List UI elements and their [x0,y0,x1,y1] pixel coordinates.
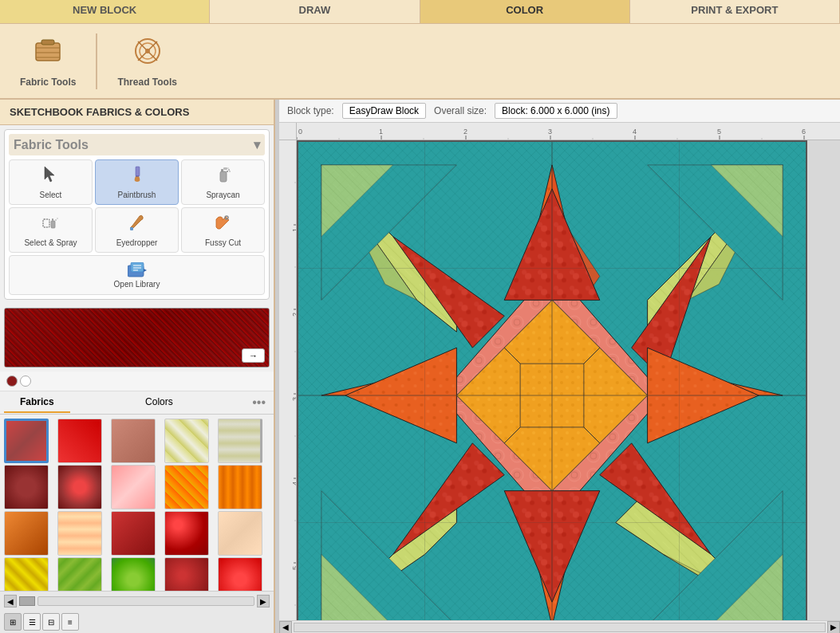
left-panel: SKETCHBOOK FABRICS & COLORS Fabric Tools… [0,100,275,633]
fabric-cell-12[interactable] [111,511,156,556]
fabric-tools-section: Fabric Tools ▾ Select [4,129,270,300]
fabric-cell-0[interactable] [4,419,49,463]
nav-color[interactable]: COLOR [420,0,630,23]
fussy-cut-tool-label: Fussy Cut [205,238,241,247]
select-spray-tool-btn[interactable]: Select & Spray [9,207,93,253]
ruler-horizontal: 0 1 2 3 4 [297,123,840,140]
fabric-cell-11[interactable] [57,511,102,556]
view-btn-small[interactable]: ⊟ [42,613,60,631]
nav-draw[interactable]: DRAW [210,0,420,23]
fabric-cell-2[interactable] [111,419,156,463]
svg-text:4: 4 [291,482,297,486]
ruler-corner [279,123,297,140]
eyedropper-icon [128,213,147,237]
fabric-cell-16[interactable] [57,557,102,591]
eyedropper-tool-btn[interactable]: Eyedropper [95,207,179,253]
svg-text:1: 1 [291,228,297,232]
select-icon [41,165,61,189]
svg-point-24 [57,218,57,218]
svg-rect-20 [43,219,49,227]
block-info-bar: Block type: EasyDraw Block Overall size:… [279,100,840,123]
fabric-cell-13[interactable] [164,511,209,556]
spraycan-tool-btn[interactable]: Spraycan [181,159,265,205]
open-library-label: Open Library [114,280,160,289]
paintbrush-tool-btn[interactable]: Paintbrush [95,159,179,205]
svg-rect-11 [136,167,140,176]
tab-more[interactable]: ••• [248,391,270,414]
svg-point-16 [227,171,228,172]
fabric-cell-14[interactable] [218,511,262,556]
overall-size-value: Block: 6.000 x 6.000 (ins) [495,103,617,119]
tab-colors[interactable]: Colors [129,392,189,413]
nav-new-block[interactable]: NEW BLOCK [0,0,210,23]
h-scroll-right-btn[interactable]: ▶ [827,621,840,634]
fabric-cell-15[interactable] [4,557,49,591]
scroll-thumb[interactable] [19,596,35,606]
open-library-icon [128,262,147,280]
svg-rect-54 [279,140,297,620]
fabric-cell-3[interactable] [164,419,209,463]
color-dot-1[interactable] [20,375,31,387]
view-buttons: ⊞ ☰ ⊟ ≡ [0,611,274,633]
select-tool-label: Select [40,191,62,199]
tab-fabrics[interactable]: Fabrics [4,392,70,413]
color-dots-row [0,372,274,391]
svg-point-23 [55,219,56,220]
thread-tools-label: Thread Tools [117,77,176,88]
svg-point-9 [145,49,150,53]
view-btn-grid[interactable]: ⊞ [4,613,22,631]
toolbar-thread-tools[interactable]: Thread Tools [105,29,188,94]
fabric-tools-label: Fabric Tools [20,77,76,88]
h-scroll-track[interactable] [294,623,826,632]
ruler-vertical: 1 2 3 4 5 [279,140,297,620]
nav-print-export[interactable]: PRINT & EXPORT [630,0,840,23]
h-scroll-left-btn[interactable]: ◀ [279,621,292,634]
fabric-cell-5[interactable] [4,465,49,509]
canvas-container[interactable]: 0 1 2 3 4 [279,123,840,620]
paintbrush-tool-label: Paintbrush [118,191,156,199]
toolbar-fabric-tools[interactable]: Fabric Tools [8,29,88,94]
block-type-label: Block type: [287,105,334,116]
svg-rect-4 [41,40,54,45]
select-tool-btn[interactable]: Select [9,159,93,205]
fabric-cell-19[interactable] [218,557,262,591]
bottom-scrollbar: ◀ ▶ [279,620,840,633]
open-library-btn[interactable]: Open Library [9,255,265,295]
fabric-cell-1[interactable] [57,419,102,463]
fabric-tools-icon [32,35,64,73]
spraycan-icon [214,165,233,189]
fabric-cell-4[interactable] [218,419,262,463]
svg-point-17 [228,169,230,171]
svg-marker-32 [144,269,147,272]
fussy-cut-icon [214,213,233,237]
svg-rect-15 [223,167,227,170]
svg-text:2: 2 [291,313,297,316]
fabric-cell-7[interactable] [111,465,156,509]
toolbar-separator [96,33,97,89]
fabric-cell-17[interactable] [111,557,156,591]
fabric-cell-18[interactable] [164,557,209,591]
svg-point-18 [227,167,229,169]
fabric-cell-8[interactable] [164,465,209,509]
color-dot-0[interactable] [6,375,18,387]
fussy-cut-tool-btn[interactable]: Fussy Cut [181,207,265,253]
svg-text:5: 5 [717,128,721,136]
quilt-canvas [297,140,807,620]
view-btn-list[interactable]: ☰ [23,613,41,631]
fabric-cell-9[interactable] [218,465,262,509]
svg-text:1: 1 [379,128,383,136]
scroll-right-btn[interactable]: ▶ [257,595,270,607]
scroll-track[interactable] [37,596,254,606]
view-btn-detail[interactable]: ≡ [61,613,79,631]
fabric-grid [0,415,274,591]
overall-size-label: Overall size: [434,105,487,116]
right-panel: Block type: EasyDraw Block Overall size:… [279,100,840,633]
svg-rect-21 [51,221,55,228]
fabric-cell-6[interactable] [57,465,102,509]
fabric-cell-10[interactable] [4,511,49,556]
main-toolbar: Fabric Tools Thread Tools [0,24,840,100]
svg-text:3: 3 [548,128,552,136]
fabric-tools-collapse-icon[interactable]: ▾ [254,137,260,152]
scroll-left-btn[interactable]: ◀ [4,595,17,607]
fabric-preview-expand-btn[interactable]: → [242,348,265,363]
